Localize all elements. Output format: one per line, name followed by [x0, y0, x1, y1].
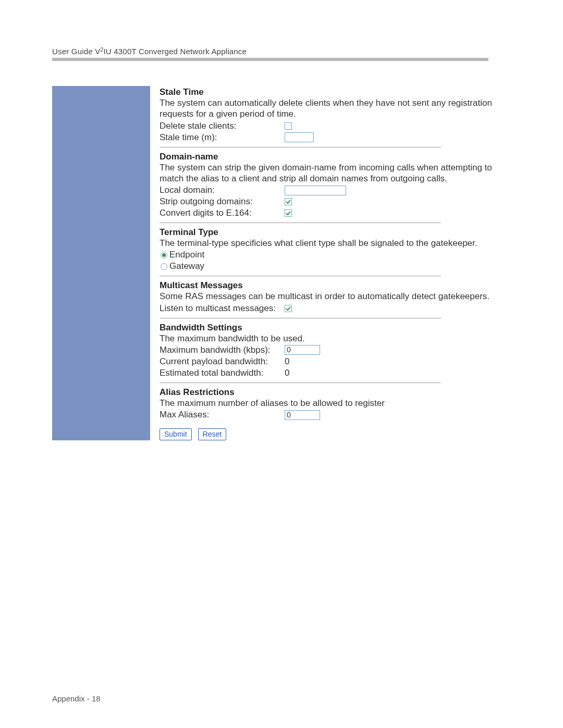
convert-e164-label: Convert digits to E.164:	[160, 208, 285, 218]
divider	[160, 382, 441, 383]
header-rule	[52, 58, 488, 61]
section-multicast: Multicast Messages Some RAS messages can…	[160, 279, 511, 313]
stale-time-value-label: Stale time (m):	[160, 132, 285, 143]
section-terminal-type: Terminal Type The terminal-type specific…	[160, 226, 511, 272]
convert-e164-checkbox[interactable]	[285, 209, 292, 217]
current-bandwidth-value: 0	[285, 356, 289, 367]
page-header-title: User Guide V2IU 4300T Converged Network …	[52, 47, 511, 56]
header-suffix: IU 4300T Converged Network Appliance	[103, 47, 247, 56]
max-aliases-row: Max Aliases: 0	[160, 410, 511, 420]
current-bandwidth-label: Current payload bandwidth:	[160, 356, 285, 367]
page-footer: Appendix - 18	[52, 694, 101, 703]
divider	[160, 223, 441, 223]
listen-multicast-label: Listen to multicast messages:	[160, 303, 285, 314]
divider	[160, 318, 441, 318]
stale-time-input[interactable]	[285, 132, 314, 142]
radio-gateway-label: Gateway	[169, 261, 204, 272]
local-domain-row: Local domain:	[160, 185, 511, 195]
terminal-type-option-gateway[interactable]: Gateway	[161, 261, 511, 272]
max-aliases-label: Max Aliases:	[160, 410, 285, 420]
page: User Guide V2IU 4300T Converged Network …	[0, 0, 563, 728]
submit-button[interactable]: Submit	[160, 428, 192, 440]
convert-e164-row: Convert digits to E.164:	[160, 208, 511, 218]
max-aliases-input[interactable]: 0	[285, 410, 320, 420]
stale-time-value-row: Stale time (m):	[160, 132, 511, 143]
bandwidth-title: Bandwidth Settings	[160, 322, 511, 333]
stale-time-title: Stale Time	[160, 86, 511, 97]
local-domain-label: Local domain:	[160, 185, 285, 195]
terminal-type-desc: The terminal-type specificies what clien…	[160, 238, 511, 249]
section-stale-time: Stale Time The system can automatically …	[160, 86, 511, 143]
check-icon	[285, 210, 291, 216]
check-icon	[285, 305, 291, 312]
section-alias: Alias Restrictions The maximum number of…	[160, 386, 511, 420]
est-bandwidth-label: Estimated total bandwidth:	[160, 368, 285, 378]
alias-title: Alias Restrictions	[160, 386, 511, 398]
button-row: Submit Reset	[160, 428, 511, 440]
terminal-type-option-endpoint[interactable]: Endpoint	[161, 250, 511, 260]
main-panel: Stale Time The system can automatically …	[150, 86, 511, 440]
section-bandwidth: Bandwidth Settings The maximum bandwidth…	[160, 322, 511, 378]
content-row: Stale Time The system can automatically …	[52, 86, 511, 440]
delete-stale-label: Delete stale clients:	[160, 121, 285, 131]
multicast-title: Multicast Messages	[160, 279, 511, 291]
check-icon	[285, 199, 291, 205]
header-sup: 2	[100, 46, 103, 53]
delete-stale-checkbox[interactable]	[285, 122, 292, 130]
local-domain-input[interactable]	[285, 186, 346, 195]
listen-multicast-checkbox[interactable]	[285, 305, 292, 312]
section-domain-name: Domain-name The system can strip the giv…	[160, 151, 511, 219]
terminal-type-title: Terminal Type	[160, 226, 511, 238]
max-bandwidth-input[interactable]: 0	[285, 345, 320, 355]
divider	[160, 147, 441, 147]
max-bandwidth-row: Maximum bandwidth (kbps): 0	[160, 345, 511, 355]
header-prefix: User Guide V	[52, 47, 100, 56]
domain-name-title: Domain-name	[160, 151, 511, 162]
radio-endpoint[interactable]	[161, 252, 167, 258]
multicast-desc: Some RAS messages can be multicast in or…	[160, 291, 511, 302]
reset-button[interactable]: Reset	[198, 428, 227, 440]
strip-outgoing-label: Strip outgoing domains:	[160, 196, 285, 207]
delete-stale-row: Delete stale clients:	[160, 121, 511, 131]
divider	[160, 276, 441, 276]
domain-name-desc: The system can strip the given domain-na…	[160, 162, 511, 184]
strip-outgoing-row: Strip outgoing domains:	[160, 196, 511, 207]
bandwidth-desc: The maximum bandwidth to be used.	[160, 333, 511, 344]
alias-desc: The maximum number of aliases to be allo…	[160, 398, 511, 409]
current-bandwidth-row: Current payload bandwidth: 0	[160, 356, 511, 367]
radio-gateway[interactable]	[161, 263, 167, 270]
listen-multicast-row: Listen to multicast messages:	[160, 303, 511, 314]
strip-outgoing-checkbox[interactable]	[285, 198, 292, 205]
sidebar-placeholder	[52, 86, 150, 440]
stale-time-desc: The system can automatically delete clie…	[160, 97, 511, 120]
max-bandwidth-label: Maximum bandwidth (kbps):	[160, 345, 285, 355]
est-bandwidth-value: 0	[285, 368, 289, 378]
radio-endpoint-label: Endpoint	[169, 250, 204, 260]
est-bandwidth-row: Estimated total bandwidth: 0	[160, 368, 511, 378]
